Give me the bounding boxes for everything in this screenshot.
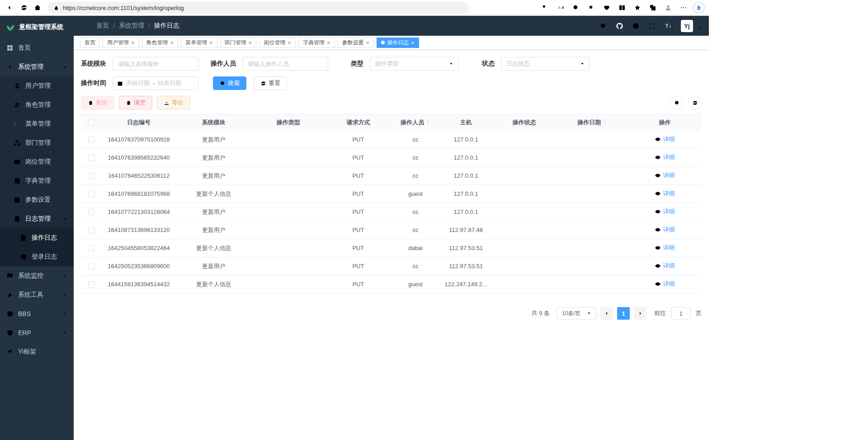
sidebar-item-字典管理[interactable]: 字典管理 [0, 171, 74, 190]
tab-首页[interactable]: 首页 [80, 38, 100, 48]
password-key-button[interactable] [539, 1, 552, 14]
favorites-button[interactable] [631, 1, 644, 14]
header-search-button[interactable] [599, 22, 607, 30]
sidebar-item-登录日志[interactable]: 登录日志 [0, 247, 74, 266]
close-tab-icon[interactable]: × [288, 40, 291, 46]
tab-菜单管理[interactable]: 菜单管理× [181, 38, 217, 48]
tab-参数设置[interactable]: 参数设置× [338, 38, 374, 48]
browser-essentials-button[interactable] [600, 1, 613, 14]
sidebar-item-菜单管理[interactable]: 菜单管理 [0, 114, 74, 133]
sidebar-item-系统工具[interactable]: 系统工具 [0, 285, 74, 304]
sidebar-item-参数设置[interactable]: 参数设置 [0, 190, 74, 209]
collections-button[interactable] [646, 1, 659, 14]
breadcrumb-item-系统管理[interactable]: 系统管理 [119, 22, 144, 30]
close-tab-icon[interactable]: × [209, 40, 213, 46]
breadcrumb-item-首页[interactable]: 首页 [96, 22, 109, 30]
status-select[interactable]: 日志状态 [501, 57, 590, 71]
prev-page-button[interactable] [600, 307, 613, 320]
detail-link[interactable]: 详细 [655, 189, 675, 198]
tab-字典管理[interactable]: 字典管理× [298, 38, 335, 48]
module-input[interactable] [113, 57, 198, 71]
close-tab-icon[interactable]: × [327, 40, 330, 46]
avatar-caret-down-icon[interactable] [697, 26, 702, 30]
type-select[interactable]: 操作类型 [370, 57, 458, 71]
table-cell: PUT [326, 131, 391, 149]
row-checkbox[interactable] [88, 227, 94, 233]
detail-link[interactable]: 详细 [655, 262, 675, 270]
page-1-button[interactable]: 1 [617, 307, 630, 320]
tab-操作日志[interactable]: 操作日志× [377, 38, 419, 48]
operator-input[interactable] [242, 57, 328, 71]
toggle-search-button[interactable] [670, 96, 684, 109]
add-favorite-button[interactable] [585, 1, 598, 14]
sidebar-item-角色管理[interactable]: 角色管理 [0, 95, 74, 114]
close-tab-icon[interactable]: × [131, 40, 135, 46]
browser-back-button[interactable] [4, 1, 17, 14]
detail-link[interactable]: 详细 [655, 244, 675, 252]
export-button[interactable]: 导出 [157, 96, 190, 109]
font-size-button[interactable] [665, 22, 672, 30]
date-range-picker[interactable]: 开始日期 - 结束日期 [113, 76, 198, 90]
browser-home-button[interactable] [31, 1, 44, 14]
copilot-button[interactable]: b [693, 1, 705, 14]
column-header-操作人员[interactable]: 操作人员 [391, 114, 440, 131]
refresh-table-button[interactable] [688, 96, 702, 109]
row-checkbox[interactable] [88, 137, 94, 143]
table-cell [557, 185, 628, 203]
clear-button[interactable]: 清空 [119, 96, 152, 109]
browser-refresh-button[interactable] [17, 1, 31, 14]
sidebar-item-日志管理[interactable]: 日志管理 [0, 209, 74, 228]
detail-link[interactable]: 详细 [655, 280, 675, 288]
close-tab-icon[interactable]: × [411, 40, 415, 46]
reset-button[interactable]: 重置 [254, 76, 287, 90]
sidebar-item-系统监控[interactable]: 系统监控 [0, 266, 74, 285]
close-tab-icon[interactable]: × [170, 40, 174, 46]
tab-岗位管理[interactable]: 岗位管理× [259, 38, 296, 48]
collapse-sidebar-button[interactable] [81, 22, 89, 30]
help-button[interactable] [632, 22, 640, 30]
browser-profile-button[interactable] [662, 1, 675, 14]
sidebar-item-BBS[interactable]: BBS [0, 304, 74, 323]
row-checkbox[interactable] [88, 155, 94, 161]
column-header-操作日期[interactable]: 操作日期 [557, 114, 628, 131]
detail-link[interactable]: 详细 [655, 226, 675, 234]
row-checkbox[interactable] [88, 209, 94, 215]
detail-link[interactable]: 详细 [655, 135, 675, 143]
close-tab-icon[interactable]: × [366, 40, 370, 46]
delete-button[interactable]: 删除 [81, 96, 114, 109]
read-aloud-button[interactable] [554, 1, 567, 14]
row-checkbox[interactable] [88, 173, 94, 179]
table-cell [251, 185, 326, 203]
fullscreen-button[interactable] [648, 22, 656, 30]
tab-角色管理[interactable]: 角色管理× [142, 38, 179, 48]
sidebar-item-岗位管理[interactable]: 岗位管理 [0, 152, 74, 171]
sidebar-item-用户管理[interactable]: 用户管理 [0, 76, 74, 95]
row-checkbox[interactable] [88, 245, 94, 251]
sidebar-item-部门管理[interactable]: 部门管理 [0, 133, 74, 152]
next-page-button[interactable] [634, 307, 646, 320]
tab-部门管理[interactable]: 部门管理× [220, 38, 257, 48]
detail-link[interactable]: 详细 [655, 171, 675, 180]
sidebar-item-系统管理[interactable]: 系统管理 [0, 57, 74, 76]
sidebar-item-首页[interactable]: 首页 [0, 38, 74, 57]
search-button[interactable]: 搜索 [213, 76, 246, 90]
select-all-checkbox[interactable] [88, 119, 94, 126]
page-size-select[interactable]: 10条/页 [557, 307, 596, 320]
row-checkbox[interactable] [88, 263, 94, 270]
github-button[interactable] [616, 22, 623, 30]
user-avatar[interactable]: Yj [681, 20, 693, 32]
tab-用户管理[interactable]: 用户管理× [103, 38, 139, 48]
detail-link[interactable]: 详细 [655, 153, 675, 161]
sidebar-item-Yi框架[interactable]: Yi框架 [0, 342, 74, 361]
sidebar-item-操作日志[interactable]: 操作日志 [0, 228, 74, 247]
close-tab-icon[interactable]: × [249, 40, 252, 46]
address-bar[interactable]: https://ccnetcore.com:1101/system/log/op… [48, 2, 468, 14]
browser-menu-button[interactable] [677, 1, 690, 14]
detail-link[interactable]: 详细 [655, 208, 675, 216]
zoom-out-button[interactable] [570, 1, 582, 14]
split-screen-button[interactable] [616, 1, 628, 14]
sidebar-item-ERP[interactable]: ERP [0, 323, 74, 342]
row-checkbox[interactable] [88, 191, 94, 197]
goto-page-input[interactable] [671, 307, 691, 320]
row-checkbox[interactable] [88, 281, 94, 288]
